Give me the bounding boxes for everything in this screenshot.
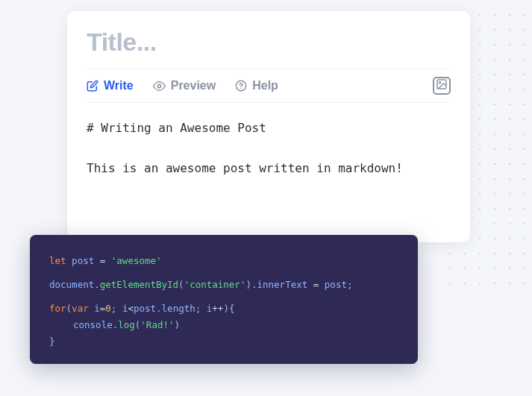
editor-content[interactable]: # Writing an Awesome Post This is an awe…: [87, 103, 451, 177]
svg-point-0: [157, 84, 160, 87]
title-input[interactable]: Title...: [87, 28, 451, 57]
editor-card: Title... Write Preview Help #: [67, 11, 470, 242]
svg-point-4: [439, 82, 441, 84]
code-line-2: document.getElementById('container').inn…: [49, 277, 398, 293]
code-line-4: console.log('Rad!'): [49, 317, 398, 333]
eye-icon: [153, 80, 166, 92]
editor-toolbar: Write Preview Help: [87, 69, 451, 103]
code-line-1: let post = 'awesome': [49, 253, 398, 269]
code-line-3: for(var i=0; i<post.length; i++){: [49, 301, 398, 317]
image-icon: [436, 78, 448, 93]
content-body: This is an awesome post written in markd…: [87, 160, 451, 177]
insert-image-button[interactable]: [433, 77, 451, 95]
code-preview: let post = 'awesome' document.getElement…: [30, 235, 418, 364]
tab-label: Write: [104, 79, 134, 92]
tab-write[interactable]: Write: [87, 79, 134, 92]
tab-label: Help: [252, 79, 278, 92]
tab-preview[interactable]: Preview: [153, 79, 216, 92]
content-heading: # Writing an Awesome Post: [87, 119, 451, 137]
code-line-5: }: [49, 333, 398, 350]
tab-help[interactable]: Help: [235, 79, 278, 92]
tab-label: Preview: [171, 79, 216, 92]
help-icon: [235, 80, 247, 92]
pencil-icon: [87, 80, 98, 92]
